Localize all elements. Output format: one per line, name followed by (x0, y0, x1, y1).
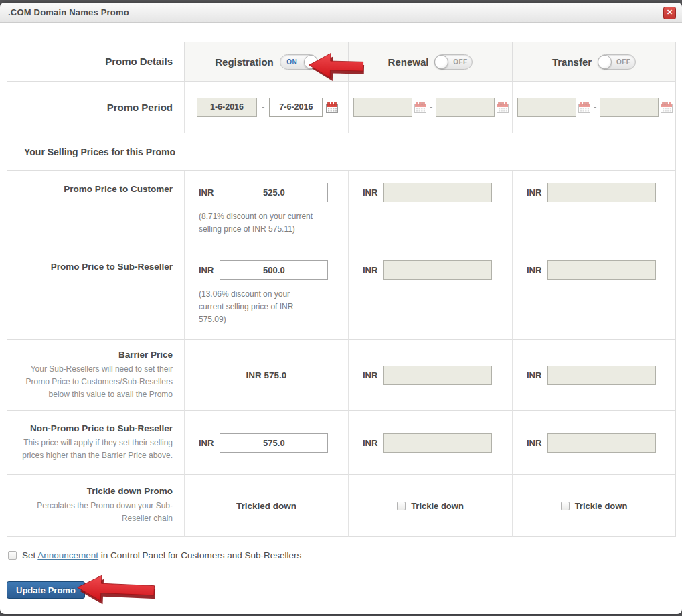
transfer-subreseller-price-cell: INR (512, 248, 676, 340)
customer-price-label: Promo Price to Customer (64, 184, 173, 194)
renewal-end-date-input[interactable] (436, 98, 495, 117)
renewal-toggle[interactable]: OFF (434, 54, 473, 70)
renewal-barrier-price-input[interactable] (383, 366, 492, 385)
registration-period-cell: - (184, 82, 348, 133)
renewal-trickle-down-checkbox[interactable] (397, 502, 406, 510)
transfer-label: Transfer (552, 56, 592, 68)
trickle-down-label: Trickle down Promo (87, 486, 173, 496)
renewal-subreseller-price-input[interactable] (383, 260, 492, 280)
promo-dialog: .COM Domain Names Promo ✕ Promo Details … (0, 3, 682, 614)
announcement-text: Set Announcement in Control Panel for Cu… (22, 550, 301, 560)
transfer-nonpromo-price-cell: INR (512, 411, 676, 475)
promo-details-label: Promo Details (105, 56, 173, 67)
renewal-nonpromo-price-cell: INR (348, 411, 512, 475)
renewal-trickle-down-checkbox-label: Trickle down (411, 501, 464, 511)
set-announcement-checkbox[interactable] (8, 551, 17, 560)
registration-toggle-state: ON (280, 58, 304, 66)
registration-customer-price-input[interactable] (220, 183, 328, 202)
transfer-trickle-down-checkbox[interactable] (561, 502, 570, 510)
currency-label: INR (363, 265, 377, 275)
announcement-text-after: in Control Panel for Customers and Sub-R… (98, 550, 301, 560)
transfer-period-cell: - (512, 82, 676, 133)
registration-end-date-input[interactable] (269, 98, 323, 117)
date-separator: - (592, 102, 598, 112)
transfer-subreseller-price-input[interactable] (547, 260, 656, 280)
registration-trickle-cell: Trickled down (184, 475, 348, 537)
renewal-barrier-price-cell: INR (348, 340, 512, 411)
header-registration-cell: Registration ON (184, 42, 348, 82)
renewal-nonpromo-price-input[interactable] (383, 433, 492, 453)
transfer-end-date-input[interactable] (600, 98, 659, 117)
customer-price-label-cell: Promo Price to Customer (7, 171, 184, 248)
close-icon[interactable]: ✕ (663, 7, 676, 19)
currency-label: INR (527, 370, 541, 380)
barrier-price-label: Barrier Price (118, 350, 173, 360)
currency-label: INR (363, 438, 377, 448)
transfer-barrier-price-input[interactable] (547, 366, 656, 385)
promo-table: Promo Details Registration ON Renewal OF… (7, 42, 676, 537)
renewal-start-date-input[interactable] (353, 98, 412, 117)
registration-subreseller-price-input[interactable] (220, 260, 328, 280)
renewal-trickle-cell: Trickle down (348, 475, 512, 537)
transfer-customer-price-input[interactable] (547, 183, 656, 202)
dialog-title: .COM Domain Names Promo (8, 7, 129, 17)
renewal-customer-price-cell: INR (348, 171, 512, 248)
renewal-toggle-state: OFF (448, 58, 472, 66)
registration-nonpromo-price-cell: INR (184, 411, 348, 475)
nonpromo-price-description: This price will apply if they set their … (19, 437, 173, 462)
transfer-start-date-input[interactable] (517, 98, 576, 117)
transfer-trickle-cell: Trickle down (512, 475, 676, 537)
subreseller-price-discount-note: (13.06% discount on your current selling… (199, 288, 314, 327)
trickle-down-description: Percolates the Promo down your Sub-Resel… (19, 499, 173, 525)
currency-label: INR (527, 187, 541, 198)
announcement-text-before: Set (22, 550, 37, 560)
transfer-toggle-state: OFF (612, 58, 635, 66)
registration-toggle[interactable]: ON (280, 54, 318, 70)
nonpromo-price-label-cell: Non-Promo Price to Sub-Reseller This pri… (7, 411, 184, 475)
registration-nonpromo-price-input[interactable] (220, 433, 328, 453)
renewal-period-cell: - (348, 82, 512, 133)
header-promo-details-cell: Promo Details (7, 42, 184, 82)
dialog-titlebar: .COM Domain Names Promo ✕ (0, 3, 682, 23)
date-separator: - (260, 102, 266, 112)
barrier-price-description: Your Sub-Resellers will need to set thei… (19, 363, 173, 402)
header-transfer-cell: Transfer OFF (512, 42, 676, 82)
renewal-label: Renewal (388, 56, 429, 68)
currency-label: INR (199, 265, 214, 275)
header-renewal-cell: Renewal OFF (348, 42, 512, 82)
registration-start-date-input[interactable] (197, 98, 257, 117)
currency-label: INR (363, 187, 377, 198)
selling-prices-section-row: Your Selling Prices for this Promo (7, 133, 676, 171)
registration-trickled-down-value: Trickled down (236, 501, 296, 511)
promo-period-label-cell: Promo Period (7, 82, 184, 133)
toggle-knob-icon (304, 55, 318, 69)
currency-label: INR (363, 370, 377, 380)
subreseller-price-label-cell: Promo Price to Sub-Reseller (7, 248, 184, 340)
registration-subreseller-price-cell: INR (13.06% discount on your current sel… (184, 248, 348, 340)
calendar-icon[interactable] (578, 102, 590, 113)
toggle-knob-icon (434, 55, 448, 69)
transfer-customer-price-cell: INR (512, 171, 676, 248)
transfer-nonpromo-price-input[interactable] (547, 433, 656, 453)
update-promo-button[interactable]: Update Promo (7, 581, 85, 599)
registration-label: Registration (215, 56, 274, 68)
subreseller-price-label: Promo Price to Sub-Reseller (51, 262, 173, 272)
section-title: Your Selling Prices for this Promo (24, 147, 175, 157)
promo-period-label: Promo Period (107, 102, 173, 113)
calendar-icon[interactable] (414, 102, 426, 113)
transfer-trickle-down-checkbox-label: Trickle down (575, 501, 628, 511)
renewal-customer-price-input[interactable] (383, 183, 492, 202)
barrier-price-label-cell: Barrier Price Your Sub-Resellers will ne… (7, 340, 184, 411)
calendar-icon[interactable] (661, 102, 673, 113)
announcement-row: Set Announcement in Control Panel for Cu… (8, 550, 301, 560)
currency-label: INR (527, 438, 541, 448)
red-arrow-update-button-icon (76, 572, 156, 606)
registration-barrier-price-cell: INR 575.0 (184, 340, 348, 411)
registration-barrier-price-value: INR 575.0 (246, 370, 287, 380)
announcement-link[interactable]: Announcement (37, 550, 98, 560)
transfer-toggle[interactable]: OFF (598, 54, 636, 70)
calendar-icon[interactable] (326, 102, 338, 113)
trickle-down-label-cell: Trickle down Promo Percolates the Promo … (7, 475, 184, 537)
currency-label: INR (527, 265, 541, 275)
calendar-icon[interactable] (497, 102, 509, 113)
